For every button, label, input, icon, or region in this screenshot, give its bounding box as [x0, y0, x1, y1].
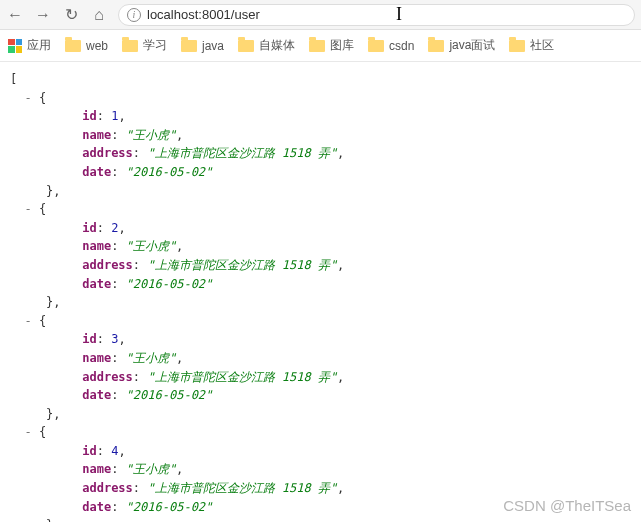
site-info-icon[interactable]: i — [127, 8, 141, 22]
bookmark-item[interactable]: 自媒体 — [238, 37, 295, 54]
bookmark-item[interactable]: csdn — [368, 39, 414, 53]
json-field-address: address: "上海市普陀区金沙江路 1518 弄", — [10, 256, 631, 275]
folder-icon — [122, 40, 138, 52]
bookmark-label: java — [202, 39, 224, 53]
apps-label: 应用 — [27, 37, 51, 54]
object-open[interactable]: - { — [10, 312, 631, 331]
bookmark-item[interactable]: java — [181, 39, 224, 53]
object-close: }, — [10, 405, 631, 424]
bookmark-label: 社区 — [530, 37, 554, 54]
bookmark-label: web — [86, 39, 108, 53]
folder-icon — [238, 40, 254, 52]
object-close: }, — [10, 182, 631, 201]
object-close: }, — [10, 293, 631, 312]
bookmark-item[interactable]: 学习 — [122, 37, 167, 54]
folder-icon — [428, 40, 444, 52]
json-field-id: id: 1, — [10, 107, 631, 126]
url-text: localhost:8001/user — [147, 7, 260, 22]
json-field-date: date: "2016-05-02" — [10, 386, 631, 405]
json-field-name: name: "王小虎", — [10, 237, 631, 256]
object-open[interactable]: - { — [10, 423, 631, 442]
json-field-id: id: 4, — [10, 442, 631, 461]
bookmarks-bar: 应用 web 学习 java 自媒体 图库 csdn java面试 社区 — [0, 30, 641, 62]
bookmark-label: 学习 — [143, 37, 167, 54]
json-field-date: date: "2016-05-02" — [10, 275, 631, 294]
bookmark-label: java面试 — [449, 37, 495, 54]
json-field-address: address: "上海市普陀区金沙江路 1518 弄", — [10, 144, 631, 163]
json-field-id: id: 2, — [10, 219, 631, 238]
apps-button[interactable]: 应用 — [8, 37, 51, 54]
folder-icon — [309, 40, 325, 52]
watermark: CSDN @TheITSea — [503, 497, 631, 514]
bookmark-item[interactable]: 社区 — [509, 37, 554, 54]
bookmark-label: 自媒体 — [259, 37, 295, 54]
text-cursor-icon: I — [396, 4, 402, 25]
folder-icon — [509, 40, 525, 52]
browser-toolbar: ← → ↻ ⌂ i localhost:8001/user — [0, 0, 641, 30]
json-field-address: address: "上海市普陀区金沙江路 1518 弄", — [10, 368, 631, 387]
address-bar[interactable]: i localhost:8001/user — [118, 4, 635, 26]
json-field-address: address: "上海市普陀区金沙江路 1518 弄", — [10, 479, 631, 498]
object-open[interactable]: - { — [10, 89, 631, 108]
bookmark-label: csdn — [389, 39, 414, 53]
json-field-date: date: "2016-05-02" — [10, 163, 631, 182]
object-close: } — [10, 516, 631, 522]
home-button[interactable]: ⌂ — [90, 6, 108, 24]
bookmark-item[interactable]: java面试 — [428, 37, 495, 54]
apps-icon — [8, 39, 22, 53]
reload-button[interactable]: ↻ — [62, 5, 80, 24]
folder-icon — [65, 40, 81, 52]
json-field-name: name: "王小虎", — [10, 349, 631, 368]
folder-icon — [368, 40, 384, 52]
json-field-id: id: 3, — [10, 330, 631, 349]
bookmark-item[interactable]: 图库 — [309, 37, 354, 54]
json-viewer: [ - { id: 1, name: "王小虎", address: "上海市普… — [0, 62, 641, 522]
forward-button[interactable]: → — [34, 6, 52, 24]
object-open[interactable]: - { — [10, 200, 631, 219]
bracket-open: [ — [10, 70, 631, 89]
folder-icon — [181, 40, 197, 52]
json-field-name: name: "王小虎", — [10, 460, 631, 479]
back-button[interactable]: ← — [6, 6, 24, 24]
json-field-name: name: "王小虎", — [10, 126, 631, 145]
bookmark-item[interactable]: web — [65, 39, 108, 53]
bookmark-label: 图库 — [330, 37, 354, 54]
